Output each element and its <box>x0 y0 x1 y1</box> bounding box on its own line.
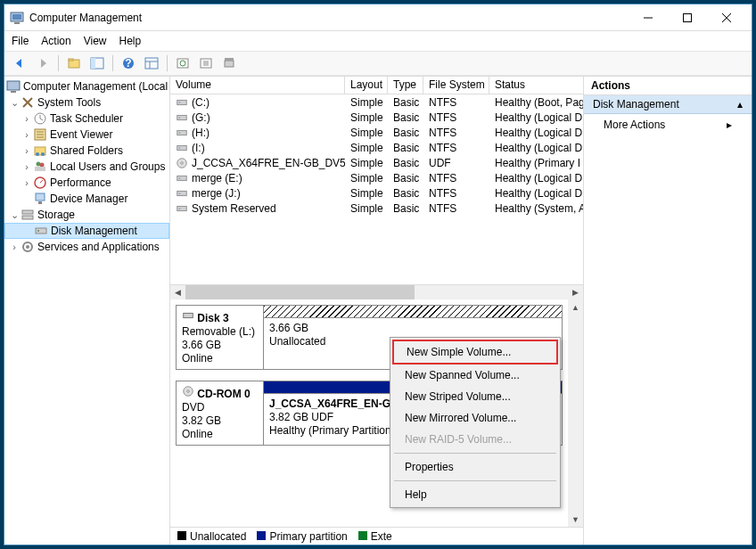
col-filesystem[interactable]: File System <box>423 77 489 94</box>
expand-icon[interactable]: › <box>21 177 33 188</box>
tree-services[interactable]: › Services and Applications <box>4 239 169 255</box>
scroll-up-button[interactable]: ▲ <box>568 299 583 315</box>
tree-local-users[interactable]: › Local Users and Groups <box>4 159 169 175</box>
volume-status: Healthy (Logical D <box>489 142 583 154</box>
tree-system-tools[interactable]: ⌄ System Tools <box>4 94 169 111</box>
menu-new-raid5-volume: New RAID-5 Volume... <box>392 429 558 450</box>
navigation-tree[interactable]: Computer Management (Local ⌄ System Tool… <box>4 77 170 545</box>
tree-storage[interactable]: ⌄ Storage <box>4 207 169 223</box>
view-button[interactable] <box>142 53 161 73</box>
up-button[interactable] <box>64 53 84 73</box>
svg-rect-21 <box>7 81 20 90</box>
tree-device-manager[interactable]: Device Manager <box>4 191 169 207</box>
volume-row[interactable]: merge (J:)SimpleBasicNTFSHealthy (Logica… <box>170 185 583 201</box>
col-type[interactable]: Type <box>388 77 423 94</box>
menu-help[interactable]: Help <box>119 35 142 47</box>
col-status[interactable]: Status <box>489 77 583 94</box>
menu-new-striped-volume[interactable]: New Striped Volume... <box>392 386 558 407</box>
scroll-track[interactable] <box>568 315 583 512</box>
volume-row[interactable]: merge (E:)SimpleBasicNTFSHealthy (Logica… <box>170 170 583 185</box>
menu-action[interactable]: Action <box>41 35 70 47</box>
actions-more-actions[interactable]: More Actions ▸ <box>584 114 752 135</box>
svg-rect-52 <box>177 191 187 195</box>
services-icon <box>21 240 35 254</box>
tree-shared-folders[interactable]: › Shared Folders <box>4 143 169 159</box>
disk-size: 3.82 GB <box>182 414 221 427</box>
menu-new-simple-volume[interactable]: New Simple Volume... <box>392 340 558 365</box>
menu-file[interactable]: File <box>12 35 29 47</box>
forward-button[interactable] <box>33 53 53 73</box>
scroll-left-button[interactable]: ◀ <box>170 285 185 300</box>
actions-section-disk-management[interactable]: Disk Management ▴ <box>584 95 752 114</box>
close-button[interactable] <box>707 5 746 30</box>
scroll-right-button[interactable]: ▶ <box>568 285 583 300</box>
col-volume[interactable]: Volume <box>170 77 345 94</box>
volume-rows[interactable]: (C:)SimpleBasicNTFSHealthy (Boot, Pag(G:… <box>170 94 583 284</box>
volume-row[interactable]: (G:)SimpleBasicNTFSHealthy (Logical D <box>170 110 583 125</box>
cdrom-icon <box>182 388 194 400</box>
volume-layout: Simple <box>345 202 388 215</box>
tree-performance[interactable]: › Performance <box>4 175 169 191</box>
back-button[interactable] <box>10 53 29 73</box>
svg-rect-34 <box>22 210 33 214</box>
horizontal-scrollbar[interactable]: ◀ ▶ <box>170 284 583 299</box>
minimize-button[interactable] <box>629 5 668 30</box>
show-hide-tree-button[interactable] <box>87 53 107 73</box>
expand-icon[interactable]: ⌄ <box>8 97 21 109</box>
storage-icon <box>21 208 35 222</box>
svg-text:?: ? <box>125 57 131 70</box>
expand-icon[interactable]: › <box>8 242 21 252</box>
col-layout[interactable]: Layout <box>345 77 388 94</box>
drive-icon <box>176 202 188 215</box>
volume-type: Basic <box>388 202 423 215</box>
expand-icon[interactable]: › <box>21 145 33 156</box>
computer-management-window: Computer Management File Action View Hel… <box>4 4 752 545</box>
tree-label: System Tools <box>37 96 101 109</box>
maximize-button[interactable] <box>668 5 707 30</box>
tree-task-scheduler[interactable]: › Task Scheduler <box>4 111 169 127</box>
expand-icon[interactable]: › <box>21 161 33 172</box>
expand-icon[interactable]: › <box>21 129 33 140</box>
tree-disk-management[interactable]: Disk Management <box>4 223 169 239</box>
disk-layout-content[interactable]: Disk 3 Removable (L:) 3.66 GB Online 3.6… <box>170 299 568 527</box>
settings-button[interactable] <box>196 53 216 73</box>
menu-new-spanned-volume[interactable]: New Spanned Volume... <box>392 365 558 386</box>
menu-separator <box>394 480 556 481</box>
scroll-track[interactable] <box>185 285 568 300</box>
svg-rect-36 <box>36 228 46 234</box>
tree-root[interactable]: Computer Management (Local <box>4 78 169 94</box>
vertical-scrollbar[interactable]: ▲ ▼ <box>568 299 583 527</box>
action-button[interactable] <box>219 53 239 73</box>
volume-layout: Simple <box>345 187 388 200</box>
help-button[interactable]: ? <box>119 53 138 73</box>
menu-new-mirrored-volume[interactable]: New Mirrored Volume... <box>392 407 558 429</box>
volume-row[interactable]: (I:)SimpleBasicNTFSHealthy (Logical D <box>170 140 583 155</box>
volume-row[interactable]: (C:)SimpleBasicNTFSHealthy (Boot, Pag <box>170 94 583 110</box>
tree-event-viewer[interactable]: › Event Viewer <box>4 127 169 143</box>
scroll-down-button[interactable]: ▼ <box>568 512 583 527</box>
volume-layout: Simple <box>345 142 388 154</box>
center-panel: Volume Layout Type File System Status (C… <box>170 77 584 545</box>
disk-name: Disk 3 <box>197 312 228 324</box>
disk-info[interactable]: Disk 3 Removable (L:) 3.66 GB Online <box>177 306 264 369</box>
svg-rect-10 <box>91 58 95 69</box>
volume-row[interactable]: System ReservedSimpleBasicNTFSHealthy (S… <box>170 201 583 216</box>
volume-name: merge (J:) <box>192 187 241 200</box>
volume-row[interactable]: J_CCSA_X64FRE_EN-GB_DV5 (D:)SimpleBasicU… <box>170 155 583 170</box>
context-menu: New Simple Volume... New Spanned Volume.… <box>390 337 561 508</box>
volume-status: Healthy (System, A <box>489 202 583 215</box>
scroll-thumb[interactable] <box>185 285 415 300</box>
refresh-button[interactable] <box>173 53 193 73</box>
expand-icon[interactable]: › <box>21 113 33 124</box>
volume-filesystem: NTFS <box>423 142 489 154</box>
volume-row[interactable]: (H:)SimpleBasicNTFSHealthy (Logical D <box>170 125 583 140</box>
menu-properties[interactable]: Properties <box>392 456 558 478</box>
svg-rect-4 <box>684 13 692 21</box>
expand-icon[interactable]: ⌄ <box>8 209 21 221</box>
svg-rect-46 <box>177 145 187 150</box>
menu-help[interactable]: Help <box>392 484 558 505</box>
volume-type: Basic <box>388 96 423 109</box>
disk-info[interactable]: CD-ROM 0 DVD 3.82 GB Online <box>177 381 264 445</box>
volume-status: Healthy (Logical D <box>489 172 583 184</box>
menu-view[interactable]: View <box>84 35 107 47</box>
